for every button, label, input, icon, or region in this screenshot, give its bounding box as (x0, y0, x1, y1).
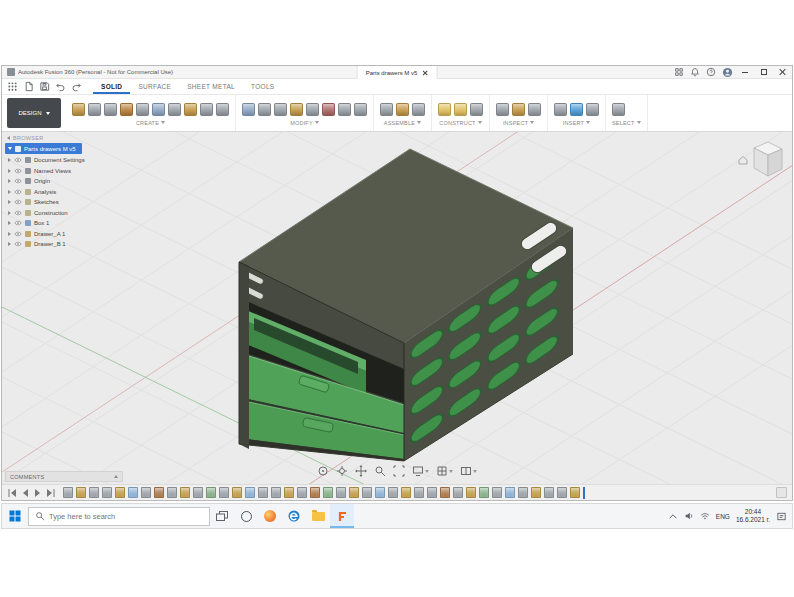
construct-tool-icon[interactable] (454, 103, 467, 116)
create-tool-icon[interactable] (104, 103, 117, 116)
timeline-feature-icon[interactable] (232, 487, 242, 498)
close-button[interactable] (775, 66, 790, 78)
help-icon[interactable] (705, 66, 717, 78)
timeline-feature-icon[interactable] (362, 487, 372, 498)
timeline-feature-icon[interactable] (219, 487, 229, 498)
expand-caret-icon[interactable] (8, 221, 11, 225)
visibility-eye-icon[interactable] (14, 241, 22, 247)
user-avatar[interactable] (721, 66, 733, 78)
expand-caret-icon[interactable] (8, 190, 11, 194)
play-icon[interactable] (33, 488, 43, 498)
modify-tool-icon[interactable] (338, 103, 351, 116)
modify-tool-icon[interactable] (258, 103, 271, 116)
timeline-feature-icon[interactable] (401, 487, 411, 498)
visibility-eye-icon[interactable] (14, 189, 22, 195)
browser-item[interactable]: Origin (5, 176, 137, 187)
browser-item[interactable]: Box 1 (5, 218, 137, 229)
look-at-icon[interactable] (336, 465, 348, 477)
close-tab-icon[interactable] (422, 70, 428, 76)
visibility-eye-icon[interactable] (14, 210, 22, 216)
timeline-feature-icon[interactable] (76, 487, 86, 498)
timeline-feature-icon[interactable] (518, 487, 528, 498)
create-menu[interactable]: CREATE (72, 120, 229, 126)
browser-item[interactable]: Drawer_B 1 (5, 239, 137, 250)
expand-caret-icon[interactable] (8, 200, 11, 204)
browser-item[interactable]: Document Settings (5, 155, 137, 166)
timeline-feature-icon[interactable] (193, 487, 203, 498)
create-tool-icon[interactable] (136, 103, 149, 116)
timeline-feature-icon[interactable] (440, 487, 450, 498)
browser-item[interactable]: Analysis (5, 187, 137, 198)
taskbar-search[interactable] (28, 507, 210, 526)
timeline-feature-icon[interactable] (570, 487, 580, 498)
timeline-feature-icon[interactable] (505, 487, 515, 498)
data-panel-icon[interactable] (5, 80, 19, 93)
modify-tool-icon[interactable] (242, 103, 255, 116)
visibility-eye-icon[interactable] (14, 220, 22, 226)
timeline-feature-icon[interactable] (544, 487, 554, 498)
assemble-tool-icon[interactable] (412, 103, 425, 116)
collapse-caret-icon[interactable] (8, 147, 12, 150)
visibility-eye-icon[interactable] (14, 168, 22, 174)
action-center-icon[interactable] (776, 511, 787, 522)
tab-sheet-metal[interactable]: SHEET METAL (179, 79, 243, 94)
modify-tool-icon[interactable] (290, 103, 303, 116)
timeline-feature-icon[interactable] (323, 487, 333, 498)
assemble-tool-icon[interactable] (380, 103, 393, 116)
browser-item[interactable]: Sketches (5, 197, 137, 208)
create-tool-icon[interactable] (216, 103, 229, 116)
design-workspace-dropdown[interactable]: DESIGN (7, 98, 61, 128)
modify-tool-icon[interactable] (306, 103, 319, 116)
comments-bar[interactable]: COMMENTS (5, 471, 123, 482)
inspect-tool-icon[interactable] (528, 103, 541, 116)
select-tool-icon[interactable] (612, 103, 625, 116)
timeline-feature-icon[interactable] (414, 487, 424, 498)
inspect-menu[interactable]: INSPECT (496, 120, 541, 126)
timeline-options-icon[interactable] (776, 487, 787, 498)
create-tool-icon[interactable] (120, 103, 133, 116)
timeline-feature-icon[interactable] (115, 487, 125, 498)
modify-tool-icon[interactable] (274, 103, 287, 116)
insert-tool-icon[interactable] (586, 103, 599, 116)
select-menu[interactable]: SELECT (612, 120, 641, 126)
timeline-position-marker[interactable] (583, 487, 585, 499)
browser-item[interactable]: Construction (5, 208, 137, 219)
create-tool-icon[interactable] (72, 103, 85, 116)
task-view-button[interactable] (210, 504, 234, 528)
cortana-button[interactable] (234, 504, 258, 528)
tab-surface[interactable]: SURFACE (130, 79, 179, 94)
timeline-feature-icon[interactable] (492, 487, 502, 498)
assemble-menu[interactable]: ASSEMBLE (380, 120, 425, 126)
go-to-end-icon[interactable] (46, 488, 56, 498)
construct-tool-icon[interactable] (470, 103, 483, 116)
timeline-feature-icon[interactable] (63, 487, 73, 498)
orbit-icon[interactable] (317, 465, 329, 477)
timeline-feature-icon[interactable] (154, 487, 164, 498)
timeline-feature-icon[interactable] (310, 487, 320, 498)
pan-icon[interactable] (355, 465, 367, 477)
fit-view-icon[interactable] (393, 465, 405, 477)
network-icon[interactable] (700, 511, 710, 521)
timeline-feature-icon[interactable] (557, 487, 567, 498)
create-tool-icon[interactable] (184, 103, 197, 116)
timeline-feature-icon[interactable] (258, 487, 268, 498)
minimize-button[interactable] (737, 66, 752, 78)
redo-icon[interactable] (69, 80, 83, 93)
timeline-feature-icon[interactable] (388, 487, 398, 498)
firefox-button[interactable] (258, 504, 282, 528)
tab-solid[interactable]: SOLID (93, 79, 130, 94)
expand-caret-icon[interactable] (8, 179, 11, 183)
modify-tool-icon[interactable] (354, 103, 367, 116)
timeline-feature-icon[interactable] (128, 487, 138, 498)
timeline-feature-icon[interactable] (89, 487, 99, 498)
insert-menu[interactable]: INSERT (554, 120, 599, 126)
language-indicator[interactable]: ENG (716, 513, 730, 520)
expand-caret-icon[interactable] (8, 211, 11, 215)
construct-tool-icon[interactable] (438, 103, 451, 116)
viewports-icon[interactable] (460, 465, 477, 477)
expand-caret-icon[interactable] (8, 158, 11, 162)
zoom-icon[interactable] (374, 465, 386, 477)
timeline-feature-icon[interactable] (180, 487, 190, 498)
timeline-feature-icon[interactable] (284, 487, 294, 498)
visibility-eye-icon[interactable] (14, 178, 22, 184)
